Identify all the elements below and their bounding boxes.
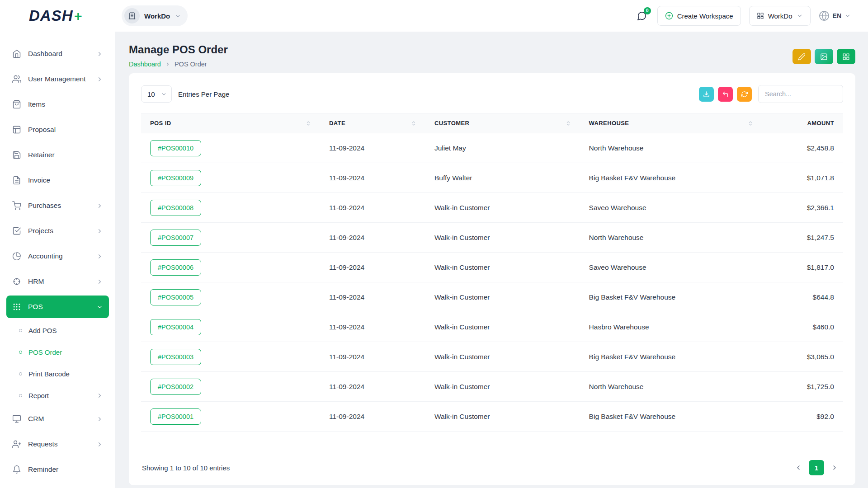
main-content: Manage POS Order Dashboard POS Order 10 bbox=[115, 32, 868, 488]
grid-icon bbox=[842, 53, 850, 61]
column-header-customer[interactable]: CUSTOMER bbox=[425, 113, 580, 133]
language-selector[interactable]: EN bbox=[819, 10, 851, 21]
breadcrumb-dashboard-link[interactable]: Dashboard bbox=[129, 61, 161, 68]
bell-icon bbox=[12, 465, 21, 474]
workdo-dropdown[interactable]: WorkDo bbox=[749, 6, 811, 26]
sidebar-item-proposal[interactable]: Proposal bbox=[6, 118, 109, 141]
sidebar-item-report[interactable]: Report bbox=[6, 386, 109, 405]
pos-id-link[interactable]: #POS00002 bbox=[150, 379, 201, 395]
chevron-right-icon bbox=[96, 392, 103, 399]
column-header-amount[interactable]: AMOUNT bbox=[762, 113, 843, 133]
sidebar-item-pos-order[interactable]: POS Order bbox=[6, 343, 109, 361]
grid-action-button[interactable] bbox=[837, 49, 855, 64]
date-cell: 11-09-2024 bbox=[320, 402, 425, 432]
refresh-button[interactable] bbox=[737, 87, 752, 102]
date-cell: 11-09-2024 bbox=[320, 223, 425, 253]
date-cell: 11-09-2024 bbox=[320, 253, 425, 282]
workspace-avatar bbox=[124, 8, 140, 23]
pos-id-link[interactable]: #POS00004 bbox=[150, 319, 201, 335]
entries-per-page-select[interactable]: 10 bbox=[141, 85, 172, 103]
sidebar-item-pos[interactable]: POS bbox=[6, 296, 109, 318]
amount-cell: $1,817.0 bbox=[762, 253, 843, 282]
sidebar-item-projects[interactable]: Projects bbox=[6, 220, 109, 242]
bullet-icon bbox=[19, 394, 22, 397]
pos-id-link[interactable]: #POS00007 bbox=[150, 230, 201, 246]
pos-orders-table: POS ID DATE CUSTOMER WAREHOUSE AMOUNT #P… bbox=[141, 113, 843, 432]
column-header-warehouse[interactable]: WAREHOUSE bbox=[580, 113, 763, 133]
sort-icon bbox=[306, 121, 311, 126]
pos-id-link[interactable]: #POS00005 bbox=[150, 289, 201, 305]
chevron-down-icon bbox=[161, 91, 167, 97]
export-button[interactable] bbox=[699, 87, 714, 102]
pagination-prev-button[interactable] bbox=[791, 460, 806, 475]
chevron-down-icon bbox=[844, 13, 851, 19]
sidebar-item-user-management[interactable]: User Management bbox=[6, 68, 109, 90]
entries-per-page-value: 10 bbox=[147, 90, 155, 98]
pos-id-link[interactable]: #POS00010 bbox=[150, 140, 201, 156]
workspace-switcher[interactable]: WorkDo bbox=[122, 5, 188, 26]
warehouse-cell: Big Basket F&V Warehouse bbox=[580, 282, 763, 312]
sidebar-item-crm[interactable]: CRM bbox=[6, 408, 109, 430]
customer-cell: Walk-in Customer bbox=[425, 253, 580, 282]
warehouse-cell: Saveo Warehouse bbox=[580, 253, 763, 282]
chevron-right-icon bbox=[96, 202, 103, 209]
plus-circle-icon bbox=[665, 12, 673, 20]
save-icon bbox=[12, 150, 21, 160]
warehouse-cell: Big Basket F&V Warehouse bbox=[580, 402, 763, 432]
chevron-right-icon bbox=[96, 253, 103, 260]
app-logo[interactable]: DASH + bbox=[29, 7, 82, 24]
pagination-next-button[interactable] bbox=[827, 460, 842, 475]
sidebar-item-purchases[interactable]: Purchases bbox=[6, 194, 109, 217]
pos-id-cell: #POS00010 bbox=[141, 133, 320, 163]
customer-cell: Walk-in Customer bbox=[425, 372, 580, 402]
sidebar-item-accounting[interactable]: Accounting bbox=[6, 245, 109, 267]
sidebar-item-retainer[interactable]: Retainer bbox=[6, 144, 109, 166]
sidebar-item-hrm[interactable]: HRM bbox=[6, 270, 109, 293]
table-body: #POS0001011-09-2024Juliet MayNorth Wareh… bbox=[141, 133, 843, 432]
shopping-cart-icon bbox=[12, 201, 21, 210]
sidebar-item-items[interactable]: Items bbox=[6, 93, 109, 116]
table-toolbar: 10 Entries Per Page bbox=[141, 85, 843, 103]
pencil-icon bbox=[798, 53, 806, 61]
sidebar-item-label: User Management bbox=[28, 75, 90, 83]
search-input[interactable] bbox=[758, 85, 843, 103]
amount-cell: $92.0 bbox=[762, 402, 843, 432]
sidebar-item-print-barcode[interactable]: Print Barcode bbox=[6, 364, 109, 383]
monitor-icon bbox=[12, 414, 21, 423]
image-action-button[interactable] bbox=[815, 49, 833, 64]
file-text-icon bbox=[12, 176, 21, 185]
pos-id-link[interactable]: #POS00009 bbox=[150, 170, 201, 186]
table-row: #POS0001011-09-2024Juliet MayNorth Wareh… bbox=[141, 133, 843, 163]
pos-id-cell: #POS00009 bbox=[141, 163, 320, 193]
chevron-right-icon bbox=[831, 464, 838, 471]
sidebar-item-requests[interactable]: Requests bbox=[6, 433, 109, 455]
pos-id-link[interactable]: #POS00008 bbox=[150, 200, 201, 216]
grid-dots-icon bbox=[12, 302, 21, 311]
pagination: 1 bbox=[791, 460, 842, 475]
warehouse-cell: Hasbro Warehouse bbox=[580, 312, 763, 342]
pagination-page-1[interactable]: 1 bbox=[809, 460, 824, 475]
reset-button[interactable] bbox=[718, 87, 733, 102]
sidebar-item-add-pos[interactable]: Add POS bbox=[6, 321, 109, 340]
column-header-pos-id[interactable]: POS ID bbox=[141, 113, 320, 133]
table-row: #POS0000211-09-2024Walk-in CustomerNorth… bbox=[141, 372, 843, 402]
pos-id-link[interactable]: #POS00006 bbox=[150, 259, 201, 276]
chevron-down-icon bbox=[175, 13, 181, 19]
messages-button[interactable]: 0 bbox=[634, 9, 649, 23]
sidebar-item-invoice[interactable]: Invoice bbox=[6, 169, 109, 192]
sidebar-item-reminder[interactable]: Reminder bbox=[6, 458, 109, 481]
pos-id-link[interactable]: #POS00001 bbox=[150, 408, 201, 425]
logo-plus-icon: + bbox=[74, 9, 82, 24]
sidebar-item-dashboard[interactable]: Dashboard bbox=[6, 42, 109, 65]
edit-action-button[interactable] bbox=[793, 49, 811, 64]
column-header-date[interactable]: DATE bbox=[320, 113, 425, 133]
sidebar-item-label: Items bbox=[28, 100, 103, 108]
chevron-right-icon bbox=[96, 76, 103, 83]
pos-id-link[interactable]: #POS00003 bbox=[150, 349, 201, 365]
create-workspace-button[interactable]: Create Workspace bbox=[657, 6, 741, 26]
user-plus-icon bbox=[12, 440, 21, 449]
layout-icon bbox=[12, 125, 21, 134]
breadcrumb-current: POS Order bbox=[175, 61, 207, 68]
bullet-icon bbox=[19, 372, 22, 375]
table-header-row: POS ID DATE CUSTOMER WAREHOUSE AMOUNT bbox=[141, 113, 843, 133]
